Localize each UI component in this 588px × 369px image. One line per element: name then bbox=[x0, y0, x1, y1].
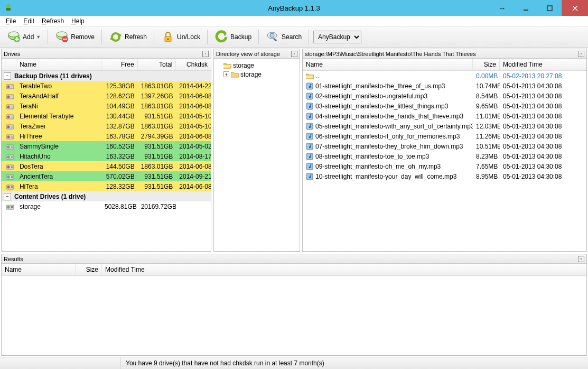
drive-row[interactable]: TerableTwo125.38GB1863.01GB2014-04-22 bbox=[2, 81, 211, 91]
pane-collapse-button[interactable]: ▫ bbox=[291, 51, 297, 57]
add-button[interactable]: Add ▼ bbox=[2, 28, 45, 46]
file-row[interactable]: 10-streetlight_manifesto-your_day_will_c… bbox=[303, 171, 586, 181]
svg-point-74 bbox=[309, 126, 311, 128]
menu-file[interactable]: File bbox=[2, 16, 20, 26]
file-modified: 05-01-2013 04:30:08 bbox=[500, 143, 563, 150]
file-size: 12.03MB bbox=[473, 123, 500, 130]
svg-point-80 bbox=[309, 156, 311, 158]
drive-row[interactable]: AncientTera570.02GB931.51GB2014-09-21 bbox=[2, 171, 211, 181]
file-name: 03-streetlight_manifesto-the_littlest_th… bbox=[315, 103, 448, 110]
drive-name: DosTera bbox=[16, 163, 101, 170]
tree-pane-title: Directory view of storage bbox=[216, 51, 291, 57]
svg-rect-11 bbox=[63, 39, 67, 40]
maximize-button[interactable] bbox=[538, 0, 562, 16]
menu-help[interactable]: Help bbox=[68, 16, 88, 26]
svg-rect-23 bbox=[11, 96, 13, 96]
close-button[interactable] bbox=[562, 0, 588, 16]
music-file-icon bbox=[306, 103, 313, 110]
col-name[interactable]: Name bbox=[16, 59, 101, 70]
file-modified: 05-01-2013 04:30:08 bbox=[500, 113, 563, 120]
tree-expand-button[interactable]: + bbox=[223, 71, 229, 77]
menu-edit[interactable]: Edit bbox=[20, 16, 38, 26]
file-row[interactable]: 09-streetlight_manifesto-oh_me_oh_my.mp3… bbox=[303, 161, 586, 171]
group-content-drives[interactable]: −Content Drives (1 drive) bbox=[2, 191, 211, 201]
col-size[interactable]: Size bbox=[76, 264, 102, 275]
col-size[interactable]: Size bbox=[473, 59, 500, 70]
parent-dir-row[interactable]: ..0.00MB05-02-2013 20:27:08 bbox=[303, 71, 586, 81]
col-total[interactable]: Total bbox=[138, 59, 176, 70]
col-name[interactable]: Name bbox=[2, 264, 76, 275]
backup-select[interactable]: AnyBackup bbox=[313, 31, 361, 43]
col-modified[interactable]: Modified Time bbox=[500, 59, 563, 70]
svg-rect-44 bbox=[11, 147, 13, 147]
svg-rect-19 bbox=[11, 86, 13, 86]
file-row[interactable]: 06-streetlight_manifesto-if_only_for_mem… bbox=[303, 131, 586, 141]
tree-pane: Directory view of storage ▫ storage + st… bbox=[213, 49, 300, 252]
double-arrow-button[interactable]: ↔ bbox=[490, 0, 514, 16]
drive-name: SammySingle bbox=[16, 143, 101, 150]
drive-free: 160.52GB bbox=[101, 143, 138, 150]
drive-total: 1863.01GB bbox=[138, 103, 176, 110]
pane-collapse-button[interactable]: ▫ bbox=[202, 51, 209, 57]
svg-rect-51 bbox=[11, 166, 13, 167]
search-button[interactable]: Search bbox=[261, 28, 306, 46]
file-row[interactable]: 04-streetlight_manifesto-the_hands_that_… bbox=[303, 111, 586, 121]
file-size: 9.65MB bbox=[473, 103, 500, 110]
drive-row[interactable]: storage5028.81GB20169.72GB bbox=[2, 201, 211, 211]
svg-point-50 bbox=[7, 165, 10, 168]
drive-icon bbox=[2, 113, 16, 120]
status-left bbox=[0, 357, 120, 369]
drive-icon bbox=[2, 93, 16, 100]
menu-refresh[interactable]: Refresh bbox=[38, 16, 68, 26]
col-modified[interactable]: Modified Time bbox=[102, 264, 181, 275]
group-backup-drives[interactable]: −Backup Drives (11 drives) bbox=[2, 71, 211, 81]
col-free[interactable]: Free bbox=[101, 59, 138, 70]
drive-row[interactable]: TeraZwei132.87GB1863.01GB2014-05-10 bbox=[2, 121, 211, 131]
col-chkdsk[interactable]: Chkdsk bbox=[176, 59, 211, 70]
refresh-button[interactable]: Refresh bbox=[104, 28, 152, 46]
svg-point-70 bbox=[309, 106, 311, 108]
drive-row[interactable]: HiTera128.32GB931.51GB2014-06-08 bbox=[2, 181, 211, 191]
drives-body: −Backup Drives (11 drives)TerableTwo125.… bbox=[2, 71, 211, 251]
file-size: 0.00MB bbox=[473, 72, 500, 80]
svg-rect-20 bbox=[11, 87, 13, 87]
file-row[interactable]: 08-streetlight_manifesto-toe_to_toe.mp38… bbox=[303, 151, 586, 161]
file-name: 04-streetlight_manifesto-the_hands_that_… bbox=[315, 113, 463, 120]
tree-node-child[interactable]: + storage bbox=[216, 70, 297, 79]
drive-row[interactable]: Elemental Terabyte130.44GB931.51GB2014-0… bbox=[2, 111, 211, 121]
svg-point-34 bbox=[7, 125, 10, 128]
file-row[interactable]: 07-streetlight_manifesto-they_broke_him_… bbox=[303, 141, 586, 151]
tree-node-root[interactable]: storage bbox=[216, 61, 297, 70]
main-area: Drives ▫ Name Free Total Chkdsk −Backup … bbox=[0, 48, 588, 253]
drive-row[interactable]: DosTera144.50GB1863.01GB2014-06-08 bbox=[2, 161, 211, 171]
drive-free: 144.50GB bbox=[101, 163, 138, 170]
drive-icon bbox=[2, 123, 16, 130]
svg-point-30 bbox=[7, 115, 10, 118]
drive-free: 570.02GB bbox=[101, 173, 138, 180]
pane-collapse-button[interactable]: ▫ bbox=[578, 256, 584, 262]
file-row[interactable]: 05-streetlight_manifesto-with_any_sort_o… bbox=[303, 121, 586, 131]
drive-row[interactable]: HitachiUno163.32GB931.51GB2014-08-17 bbox=[2, 151, 211, 161]
col-name[interactable]: Name bbox=[303, 59, 473, 70]
drive-row[interactable]: TeraAndAHalf128.62GB1397.26GB2014-06-08 bbox=[2, 91, 211, 101]
svg-rect-64 bbox=[11, 207, 13, 208]
file-row[interactable]: 03-streetlight_manifesto-the_littlest_th… bbox=[303, 101, 586, 111]
pane-collapse-button[interactable]: ▫ bbox=[578, 51, 584, 57]
drive-chkdsk: 2014-05-10 bbox=[176, 113, 211, 120]
file-size: 8.95MB bbox=[473, 173, 500, 180]
collapse-group-button[interactable]: − bbox=[4, 72, 11, 80]
svg-point-42 bbox=[7, 145, 10, 148]
remove-button[interactable]: Remove bbox=[50, 28, 99, 46]
drive-row[interactable]: SammySingle160.52GB931.51GB2014-05-02 bbox=[2, 141, 211, 151]
minimize-button[interactable] bbox=[514, 0, 538, 16]
file-row[interactable]: 02-streetlight_manifesto-ungrateful.mp38… bbox=[303, 91, 586, 101]
file-row[interactable]: 01-streetlight_manifesto-the_three_of_us… bbox=[303, 81, 586, 91]
drive-row[interactable]: HiThree163.78GB2794.39GB2014-06-08 bbox=[2, 131, 211, 141]
drive-icon bbox=[2, 203, 16, 210]
unlock-button[interactable]: Un/Lock bbox=[156, 28, 205, 46]
collapse-group-button[interactable]: − bbox=[4, 193, 11, 200]
drive-row[interactable]: TeraNi104.49GB1863.01GB2014-06-08 bbox=[2, 101, 211, 111]
file-modified: 05-01-2013 04:30:08 bbox=[500, 103, 563, 110]
drive-total: 931.51GB bbox=[138, 143, 176, 150]
backup-button[interactable]: Backup bbox=[210, 28, 256, 46]
